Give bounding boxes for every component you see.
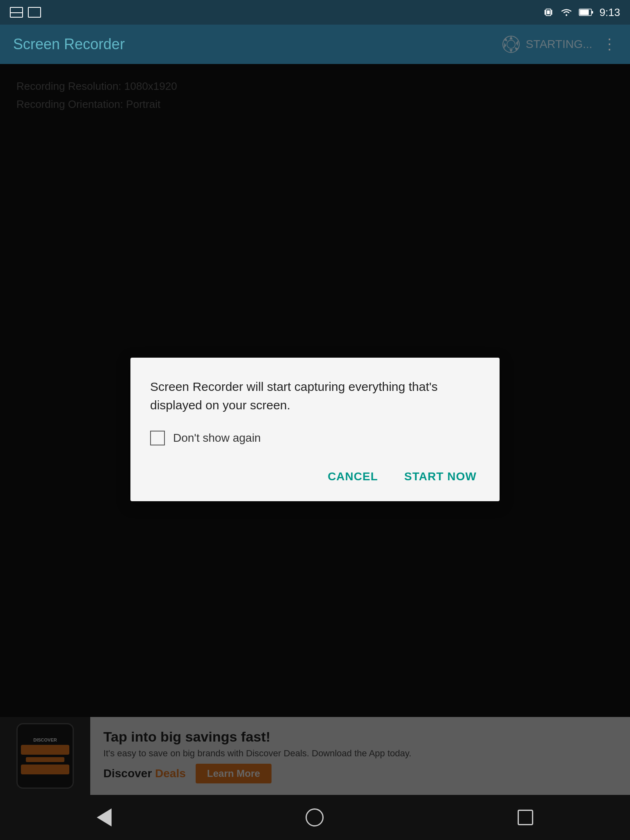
nav-back-button[interactable] — [97, 808, 112, 826]
dialog: Screen Recorder will start capturing eve… — [130, 358, 500, 501]
dialog-message: Screen Recorder will start capturing eve… — [150, 377, 480, 414]
nav-recent-icon — [518, 810, 533, 825]
svg-point-4 — [566, 14, 567, 16]
dont-show-label: Don't show again — [173, 431, 261, 445]
svg-rect-7 — [591, 11, 593, 14]
nav-recent-button[interactable] — [518, 810, 533, 825]
nav-back-icon — [97, 808, 112, 826]
camera-shutter-icon — [501, 34, 521, 54]
battery-icon — [579, 8, 593, 17]
svg-rect-1 — [547, 10, 550, 14]
svg-rect-6 — [580, 10, 589, 15]
image-icon — [28, 7, 41, 18]
app-bar: Screen Recorder STARTING... ⋮ — [0, 25, 630, 64]
wifi-icon — [560, 7, 573, 17]
status-icons-right: 9:13 — [543, 6, 620, 19]
nav-home-button[interactable] — [306, 808, 324, 826]
starting-area: STARTING... — [501, 34, 592, 54]
nav-home-icon — [306, 808, 324, 826]
dialog-buttons: CANCEL START NOW — [150, 465, 480, 488]
app-title: Screen Recorder — [13, 36, 125, 53]
more-options-icon[interactable]: ⋮ — [602, 36, 617, 53]
starting-label: STARTING... — [526, 38, 592, 51]
svg-point-9 — [507, 40, 515, 48]
start-now-button[interactable]: START NOW — [401, 465, 480, 488]
app-bar-right: STARTING... ⋮ — [501, 34, 617, 54]
dont-show-row[interactable]: Don't show again — [150, 431, 480, 445]
main-content: Recording Resolution: 1080x1920 Recordin… — [0, 64, 630, 795]
envelope-icon — [10, 7, 23, 18]
status-time: 9:13 — [599, 6, 620, 19]
svg-rect-3 — [551, 10, 552, 15]
cancel-button[interactable]: CANCEL — [324, 465, 381, 488]
svg-rect-2 — [545, 10, 546, 15]
vibrate-icon — [543, 7, 554, 18]
nav-bar — [0, 795, 630, 840]
dont-show-checkbox[interactable] — [150, 431, 165, 445]
dialog-overlay: Screen Recorder will start capturing eve… — [0, 64, 630, 795]
status-icons-left — [10, 7, 41, 18]
status-bar: 9:13 — [0, 0, 630, 25]
